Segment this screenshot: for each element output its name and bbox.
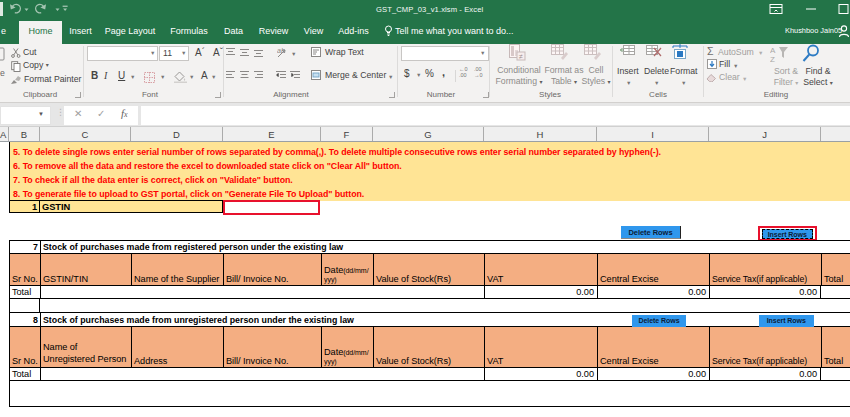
svg-text:≠: ≠ [519,53,523,60]
svg-text:Z: Z [770,55,775,64]
svg-text:A: A [770,46,776,55]
svg-text:ab: ab [277,47,285,54]
